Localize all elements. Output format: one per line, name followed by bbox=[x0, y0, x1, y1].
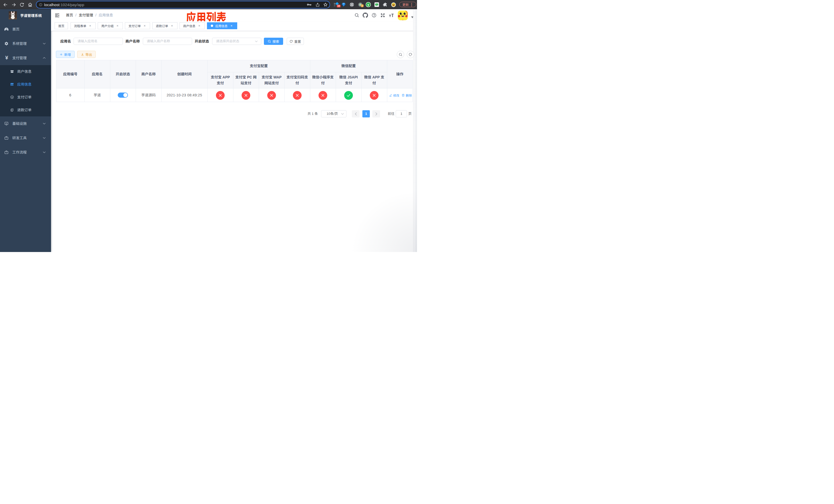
svg-text:y: y bbox=[368, 3, 369, 6]
